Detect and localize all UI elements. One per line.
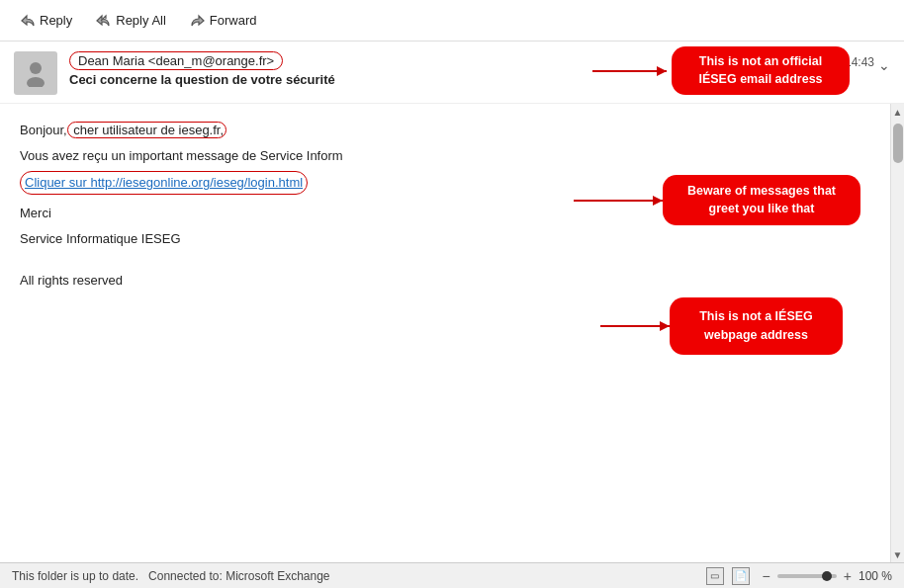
zoom-slider[interactable] — [777, 574, 837, 578]
svg-marker-7 — [660, 321, 670, 331]
arrow-line-link — [600, 325, 675, 327]
scroll-up-arrow[interactable]: ▲ — [891, 104, 905, 120]
body-footer: All rights reserved — [20, 270, 870, 292]
reply-all-label: Reply All — [116, 13, 166, 28]
arrow-line-greeting — [574, 200, 668, 202]
annotation-link-container: This is not a IÉSEG webpage address — [670, 297, 843, 355]
email-scrollbar[interactable]: ▲ ▼ — [890, 104, 904, 562]
folder-status: This folder is up to date. — [12, 569, 138, 583]
status-icons: ▭ 📄 — [706, 567, 750, 585]
reply-icon — [20, 13, 36, 29]
expand-button[interactable]: ⌄ — [872, 55, 896, 75]
forward-button[interactable]: Forward — [180, 9, 267, 33]
status-bar: This folder is up to date. Connected to:… — [0, 562, 904, 588]
connection-status: Connected to: Microsoft Exchange — [148, 569, 329, 583]
annotation-greeting-container: Beware of messages that greet you like t… — [663, 175, 860, 225]
avatar-icon — [22, 59, 49, 87]
reply-button[interactable]: Reply — [10, 9, 82, 33]
annotation-sender-warning: This is not an official IÉSEG email addr… — [672, 46, 850, 95]
zoom-out-button[interactable]: − — [760, 568, 773, 584]
arrow-line-sender — [592, 70, 672, 72]
sender-address: Dean Maria <dean_m@orange.fr> — [69, 51, 283, 70]
zoom-level: 100 % — [859, 569, 892, 583]
reply-all-icon — [96, 13, 112, 29]
forward-label: Forward — [210, 13, 257, 28]
view-icon-2[interactable]: 📄 — [732, 567, 750, 585]
view-icon-1[interactable]: ▭ — [706, 567, 724, 585]
zoom-slider-thumb[interactable] — [822, 571, 832, 581]
phishing-link[interactable]: Cliquer sur http://iesegonline.org/ieseg… — [20, 171, 308, 195]
email-body: Bonjour, cher utilisateur de ieseg.fr, V… — [0, 104, 890, 562]
email-toolbar: Reply Reply All Forward — [0, 0, 904, 42]
body-signature: Service Informatique IESEG — [20, 228, 870, 250]
avatar — [14, 51, 57, 95]
email-panel: Dean Maria <dean_m@orange.fr> Ceci conce… — [0, 42, 904, 562]
svg-point-0 — [30, 62, 42, 74]
scroll-down-arrow[interactable]: ▼ — [891, 546, 905, 562]
reply-label: Reply — [40, 13, 72, 28]
zoom-in-button[interactable]: + — [841, 568, 855, 584]
annotation-link-warning: This is not a IÉSEG webpage address — [670, 297, 843, 355]
body-line2: Vous avez reçu un important message de S… — [20, 145, 870, 167]
forward-icon — [190, 13, 206, 29]
reply-all-button[interactable]: Reply All — [86, 9, 176, 33]
scroll-thumb[interactable] — [893, 124, 903, 163]
email-container: Dean Maria <dean_m@orange.fr> Ceci conce… — [0, 42, 904, 562]
greeting-highlight: cher utilisateur de ieseg.fr, — [67, 122, 226, 138]
annotation-greeting-warning: Beware of messages that greet you like t… — [663, 175, 860, 225]
email-header: Dean Maria <dean_m@orange.fr> Ceci conce… — [0, 42, 904, 104]
zoom-control: − + 100 % — [760, 568, 892, 584]
body-greeting-para: Bonjour, cher utilisateur de ieseg.fr, — [20, 120, 870, 141]
email-body-area: Bonjour, cher utilisateur de ieseg.fr, V… — [0, 104, 904, 562]
svg-point-1 — [27, 77, 45, 87]
